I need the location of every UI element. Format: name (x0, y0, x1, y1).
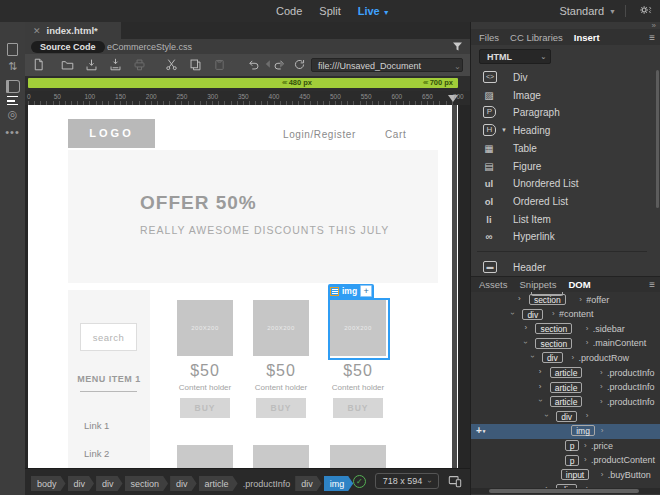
dom-node-div[interactable]: ›div› (471, 410, 660, 425)
tag-selector-article[interactable]: article (199, 476, 238, 491)
media-query-track[interactable]: ‹‹‹‹‹‹ 480 px ‹‹‹‹‹‹ 700 px (28, 78, 458, 88)
panel-menu-icon[interactable]: ≡ (649, 279, 655, 290)
viewport-size-selector[interactable]: 718 x 594 › (375, 473, 439, 489)
page-logo[interactable]: LOGO (68, 119, 155, 148)
tab-insert[interactable]: Insert (574, 32, 600, 43)
live-dropdown-icon[interactable]: ▼ (383, 9, 390, 16)
collapse-arrow-icon[interactable]: › (542, 414, 551, 417)
element-display-label[interactable]: img+ (328, 284, 374, 298)
tag-selector-div[interactable]: div (295, 476, 322, 491)
collapse-arrow-icon[interactable]: › (508, 312, 517, 315)
url-field[interactable]: file:///Unsaved_Document › (311, 58, 463, 72)
dom-node-input-buyButton[interactable]: input›.buyButton (471, 468, 660, 483)
live-view-button[interactable]: Live▼ (358, 5, 390, 17)
buy-button[interactable]: BUY (333, 398, 383, 418)
dom-node-section-offer[interactable]: ›section›#offer (471, 293, 660, 308)
sidebar-link-2[interactable]: Link 2 (84, 448, 109, 459)
open-documents-icon[interactable] (0, 43, 25, 58)
dom-node-img[interactable]: +img› (471, 424, 660, 439)
open-file-icon[interactable] (61, 58, 74, 71)
code-view-button[interactable]: Code (276, 5, 302, 17)
add-element-icon[interactable]: + (360, 285, 372, 297)
no-errors-icon[interactable]: ✓ (353, 475, 366, 488)
split-view-button[interactable]: Split (319, 5, 340, 17)
expand-arrow-icon[interactable]: › (524, 323, 527, 332)
workspace-switcher[interactable]: Standard ▼ (559, 0, 616, 22)
tab-dom[interactable]: DOM (569, 279, 591, 290)
tab-snippets[interactable]: Snippets (520, 279, 557, 290)
panel-menu-icon[interactable]: ≡ (649, 32, 655, 43)
scrollbar-thumb[interactable] (489, 489, 639, 493)
collapse-arrow-icon[interactable]: › (521, 341, 530, 344)
insert-item-ordered-list[interactable]: olOrdered List (471, 194, 653, 211)
insert-category-select[interactable]: HTML › (479, 49, 551, 64)
save-icon[interactable] (85, 58, 98, 71)
add-element-icon[interactable]: + (476, 425, 484, 436)
panel-scrollbar[interactable] (656, 70, 659, 208)
related-css-file[interactable]: eCommerceStyle.css (107, 42, 192, 52)
breakpoint-480[interactable]: ‹‹‹‹‹‹ 480 px (282, 78, 315, 88)
insert-item-paragraph[interactable]: PParagraph (471, 105, 653, 122)
collapse-arrow-icon[interactable]: › (528, 356, 537, 359)
dom-node-p-price[interactable]: p›.price (471, 439, 660, 454)
refresh-icon[interactable] (293, 58, 306, 71)
expand-arrow-icon[interactable]: › (539, 367, 542, 376)
insert-item-list-item[interactable]: liList Item (471, 212, 653, 229)
sync-settings-button[interactable] (638, 3, 652, 17)
tag-selector-div[interactable]: div (96, 476, 123, 491)
insert-item-heading[interactable]: H▼Heading (471, 123, 653, 140)
linting-icon[interactable] (0, 80, 25, 95)
tab-cc-libraries[interactable]: CC Libraries (510, 32, 563, 43)
buy-button[interactable]: BUY (180, 398, 230, 418)
tab-assets[interactable]: Assets (479, 279, 508, 290)
login-register-link[interactable]: Login/Register (283, 129, 356, 140)
tag-selector-div[interactable]: div (170, 476, 197, 491)
dom-node-article-productInfo[interactable]: ›article›.productInfo (471, 366, 660, 381)
insert-item-header[interactable]: ▬Header (471, 260, 653, 277)
product-image-placeholder[interactable]: 200X200 (253, 300, 309, 356)
product-image-placeholder[interactable]: 200X200 (177, 300, 233, 356)
buy-button[interactable]: BUY (256, 398, 306, 418)
preview-in-device-icon[interactable] (448, 474, 462, 488)
undo-icon[interactable] (247, 58, 260, 71)
product-image-placeholder[interactable]: 200X200 (330, 300, 386, 356)
insert-item-div[interactable]: <>Div (471, 70, 653, 87)
dom-horizontal-scrollbar[interactable] (471, 488, 660, 494)
close-tab-icon[interactable]: ✕ (33, 26, 41, 36)
insert-item-table[interactable]: ▦Table (471, 141, 653, 158)
chevron-down-icon[interactable]: ▼ (501, 127, 507, 133)
dom-node-section-mainContent[interactable]: ›section›.mainContent (471, 337, 660, 352)
canvas-scrollbar[interactable] (452, 105, 457, 468)
dom-node-p-productContent[interactable]: p›.productContent (471, 454, 660, 469)
tag-selector-productInfo[interactable]: .productInfo (240, 476, 294, 491)
dom-node-article-productInfo[interactable]: ›article›.productInfo (471, 381, 660, 396)
dom-node-div-content[interactable]: ›div›#content (471, 308, 660, 323)
tag-selector-section[interactable]: section (125, 476, 169, 491)
sidebar-link-1[interactable]: Link 1 (84, 420, 109, 431)
new-document-icon[interactable] (32, 58, 45, 71)
filter-icon[interactable] (451, 40, 464, 53)
dom-node-div-productRow[interactable]: ›div›.productRow (471, 351, 660, 366)
source-code-button[interactable]: Source Code (31, 41, 105, 53)
document-tab[interactable]: ✕ index.html* (25, 22, 121, 39)
tag-selector-img[interactable]: img (324, 476, 354, 491)
element-menu-icon[interactable] (330, 287, 339, 296)
outline-list-icon[interactable] (0, 95, 25, 107)
copy-icon[interactable] (189, 58, 202, 71)
expand-arrow-icon[interactable]: › (539, 382, 542, 391)
dom-node-section-sidebar[interactable]: ›section›.sidebar (471, 322, 660, 337)
search-input[interactable] (80, 323, 137, 351)
tab-files[interactable]: Files (479, 32, 499, 43)
customize-toolbar-icon[interactable]: ••• (0, 126, 25, 138)
save-all-icon[interactable] (109, 58, 122, 71)
tag-selector-div[interactable]: div (68, 476, 95, 491)
cut-icon[interactable] (165, 58, 178, 71)
cart-link[interactable]: Cart (385, 129, 406, 140)
expand-arrow-icon[interactable]: › (518, 294, 521, 303)
chevron-down-icon[interactable]: › (451, 66, 465, 69)
insert-item-unordered-list[interactable]: ulUnordered List (471, 176, 653, 193)
inspect-mode-icon[interactable]: ◎ (0, 108, 25, 121)
collapse-arrow-icon[interactable]: › (536, 399, 545, 402)
insert-item-figure[interactable]: ▤Figure (471, 159, 653, 176)
dom-node-article-productInfo[interactable]: ›article›.productInfo (471, 395, 660, 410)
